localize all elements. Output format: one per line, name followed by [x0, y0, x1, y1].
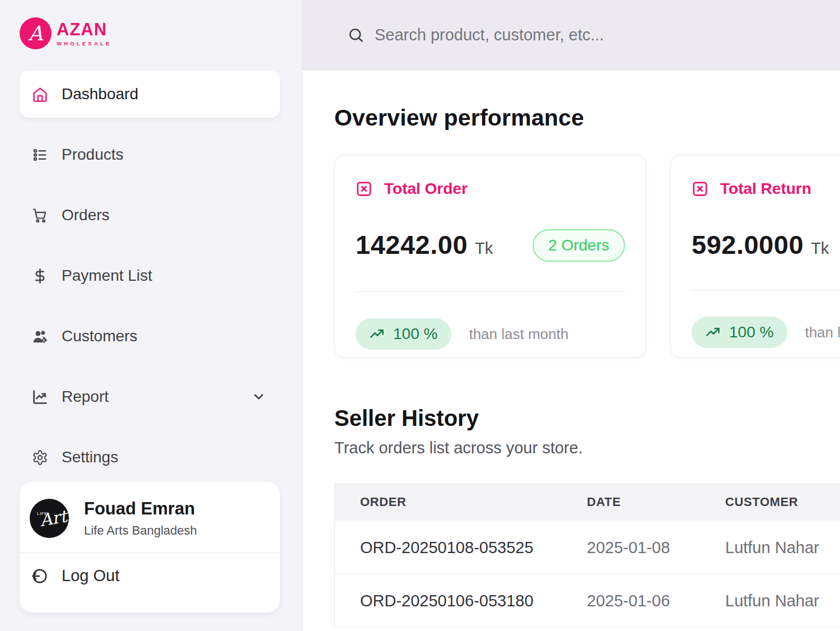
total-order-card: Total Order 14242.00 Tk 2 Orders 100 % t… — [334, 155, 646, 358]
sidebar-item-orders[interactable]: Orders — [20, 192, 280, 239]
sidebar-item-label: Dashboard — [62, 85, 138, 103]
trend-note: than last month — [469, 326, 568, 343]
trend-note: than last month — [805, 324, 840, 341]
column-header-order: ORDER — [335, 495, 587, 509]
logout-button[interactable]: Log Out — [20, 567, 280, 585]
cell-customer: Lutfun Nahar — [725, 592, 840, 610]
brand-tagline: WHOLESALE — [57, 40, 112, 47]
trend-badge: 100 % — [692, 317, 787, 348]
cell-order-id: ORD-20250108-053525 — [335, 539, 587, 557]
seller-history-title: Seller History — [334, 406, 840, 431]
sidebar: A AZAN WHOLESALE Dashboard Products Orde… — [0, 0, 302, 631]
chart-line-icon — [32, 389, 48, 405]
sidebar-item-label: Customers — [62, 327, 137, 345]
sidebar-item-label: Payment List — [62, 267, 152, 285]
sidebar-item-label: Settings — [62, 448, 118, 466]
x-square-icon — [356, 180, 372, 197]
trend-value: 100 % — [393, 325, 437, 343]
home-icon — [32, 86, 48, 103]
trending-up-icon — [370, 327, 385, 342]
trend-value: 100 % — [729, 323, 773, 341]
trend-row: 100 % than last month — [692, 317, 840, 348]
column-header-date: DATE — [587, 495, 725, 509]
logout-icon — [31, 568, 48, 584]
user-organization: Life Arts Bangladesh — [84, 523, 197, 538]
main-area: Search product, customer, etc... Overvie… — [302, 0, 840, 631]
brand-logo[interactable]: A AZAN WHOLESALE — [20, 17, 112, 49]
total-return-card: Total Return 592.0000 Tk 100 % than last… — [670, 155, 840, 358]
card-title: Total Order — [384, 180, 468, 198]
user-info: Fouad Emran Life Arts Bangladesh — [84, 499, 197, 538]
cell-date: 2025-01-08 — [587, 539, 725, 557]
sidebar-item-report[interactable]: Report — [20, 373, 280, 420]
card-header: Total Order — [356, 180, 625, 198]
trending-up-icon — [706, 325, 721, 340]
seller-history-subtitle: Track orders list across your store. — [334, 439, 840, 457]
card-value-row: 592.0000 Tk — [692, 229, 840, 260]
logout-label: Log Out — [62, 567, 119, 585]
sidebar-item-settings[interactable]: Settings — [20, 434, 280, 481]
avatar-text-main: Arts — [38, 505, 69, 530]
overview-cards: Total Order 14242.00 Tk 2 Orders 100 % t… — [334, 155, 840, 358]
search-input[interactable]: Search product, customer, etc... — [347, 0, 806, 69]
sidebar-item-customers[interactable]: Customers — [20, 313, 280, 360]
brand-monogram-letter: A — [29, 22, 43, 45]
card-header: Total Return — [692, 180, 840, 198]
topbar: Search product, customer, etc... — [302, 0, 840, 70]
brand-text: AZAN WHOLESALE — [57, 21, 112, 47]
card-currency: Tk — [475, 239, 493, 258]
list-icon — [32, 147, 48, 163]
sidebar-item-payment-list[interactable]: Payment List — [20, 252, 280, 299]
users-icon — [32, 328, 48, 345]
user-profile[interactable]: LIFE Arts Fouad Emran Life Arts Banglade… — [20, 482, 280, 538]
sidebar-item-label: Products — [62, 146, 124, 164]
cart-icon — [32, 207, 48, 224]
dashboard-content: Overview performance Total Order 14242.0… — [302, 105, 840, 628]
sidebar-item-products[interactable]: Products — [20, 131, 280, 178]
sidebar-item-label: Report — [62, 388, 109, 406]
overview-title: Overview performance — [334, 105, 840, 131]
trend-badge: 100 % — [356, 318, 451, 350]
table-row[interactable]: ORD-20250106-053180 2025-01-06 Lutfun Na… — [335, 574, 840, 628]
search-icon — [347, 26, 365, 44]
brand-name: AZAN — [57, 21, 112, 38]
dollar-icon — [32, 268, 48, 284]
avatar: LIFE Arts — [30, 499, 69, 538]
search-placeholder: Search product, customer, etc... — [375, 26, 604, 44]
card-title: Total Return — [720, 180, 811, 198]
card-value-row: 14242.00 Tk 2 Orders — [356, 229, 625, 262]
chevron-down-icon[interactable] — [251, 389, 266, 404]
column-header-customer: CUSTOMER — [725, 495, 840, 509]
cell-date: 2025-01-06 — [587, 592, 725, 610]
table-header-row: ORDER DATE CUSTOMER — [335, 483, 840, 521]
gear-icon — [32, 449, 48, 466]
x-square-icon — [692, 180, 708, 197]
sidebar-item-label: Orders — [62, 206, 110, 224]
brand-monogram: A — [20, 17, 52, 49]
sidebar-item-dashboard[interactable]: Dashboard — [20, 71, 280, 118]
divider — [356, 291, 625, 292]
cell-customer: Lutfun Nahar — [725, 539, 840, 557]
orders-count-pill: 2 Orders — [533, 229, 625, 262]
cell-order-id: ORD-20250106-053180 — [335, 592, 587, 610]
divider — [692, 290, 840, 290]
sidebar-menu: Dashboard Products Orders Payment List C… — [20, 71, 280, 494]
card-value: 14242.00 — [356, 229, 468, 260]
card-currency: Tk — [811, 239, 829, 258]
user-card: LIFE Arts Fouad Emran Life Arts Banglade… — [20, 482, 280, 613]
trend-row: 100 % than last month — [356, 318, 625, 350]
app-root: A AZAN WHOLESALE Dashboard Products Orde… — [0, 0, 840, 631]
card-value: 592.0000 — [692, 229, 804, 260]
divider — [20, 553, 280, 553]
seller-history-table: ORDER DATE CUSTOMER ORD-20250108-053525 … — [334, 483, 840, 628]
user-name: Fouad Emran — [84, 499, 197, 519]
table-row[interactable]: ORD-20250108-053525 2025-01-08 Lutfun Na… — [335, 521, 840, 574]
